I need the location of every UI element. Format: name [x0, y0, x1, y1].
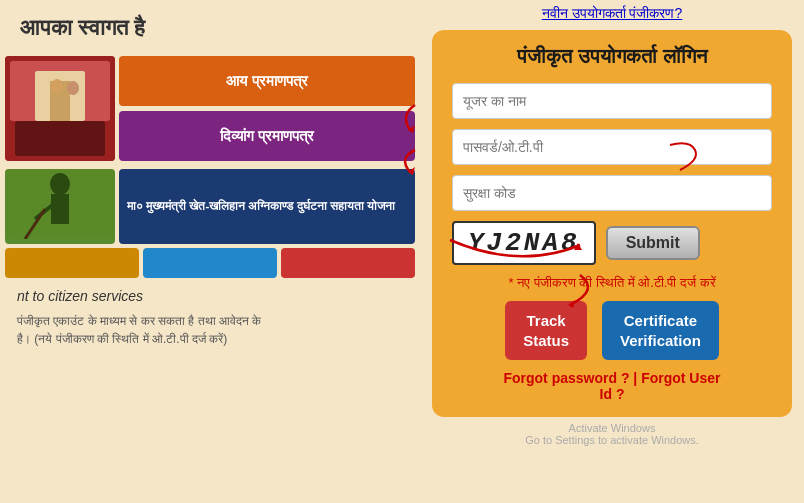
captcha-row: YJ2NA8 Submit [452, 221, 772, 265]
svg-point-4 [51, 79, 63, 93]
certificate-verification-button[interactable]: Certificate Verification [602, 301, 719, 360]
aay-tile[interactable]: आय प्रमाणपत्र [119, 56, 415, 106]
security-code-input[interactable] [452, 175, 772, 211]
bottom-row: मा० मुख्यमंत्री खेत-खलिहान अग्निकाण्ड दु… [5, 169, 415, 244]
divyang-tile[interactable]: दिव्यांग प्रमाणपत्र [119, 111, 415, 161]
welcome-text: आपका स्वागत है [5, 5, 415, 51]
submit-button[interactable]: Submit [606, 226, 700, 260]
username-input[interactable] [452, 83, 772, 119]
action-buttons-row: Track Status Certificate Verification [452, 301, 772, 360]
left-section: आपका स्वागत है [0, 0, 420, 503]
watermark: Activate WindowsGo to Settings to activa… [525, 422, 699, 446]
main-container: आपका स्वागत है [0, 0, 804, 503]
login-box: पंजीकृत उपयोगकर्ता लॉगिन YJ2NA8 Submit *… [432, 30, 792, 417]
otp-note: * नए पंजीकरण की स्थिति में ओ.टी.पी दर्ज … [508, 275, 715, 291]
image-grid: आय प्रमाणपत्र दिव्यांग प्रमाणपत्र [5, 56, 415, 165]
service-text: nt to citizen services पंजीकृत एकाउंट के… [5, 278, 415, 356]
forgot-links[interactable]: Forgot password ? | Forgot User Id ? [503, 370, 720, 402]
farmer-photo [5, 169, 115, 244]
svg-point-5 [67, 81, 79, 95]
small-tile-3 [281, 248, 415, 278]
small-tile-2 [143, 248, 277, 278]
svg-rect-8 [51, 194, 69, 224]
password-input[interactable] [452, 129, 772, 165]
scheme-tile[interactable]: मा० मुख्यमंत्री खेत-खलिहान अग्निकाण्ड दु… [119, 169, 415, 244]
small-tile-1 [5, 248, 139, 278]
captcha-display: YJ2NA8 [452, 221, 596, 265]
login-title: पंजीकृत उपयोगकर्ता लॉगिन [517, 45, 706, 68]
track-status-button[interactable]: Track Status [505, 301, 587, 360]
svg-point-7 [50, 173, 70, 195]
new-user-link[interactable]: नवीन उपयोगकर्ता पंजीकरण? [542, 5, 683, 22]
small-tiles [5, 248, 415, 278]
photo-block [5, 56, 115, 161]
right-section: नवीन उपयोगकर्ता पंजीकरण? पंजीकृत उपयोगकर… [420, 0, 804, 503]
